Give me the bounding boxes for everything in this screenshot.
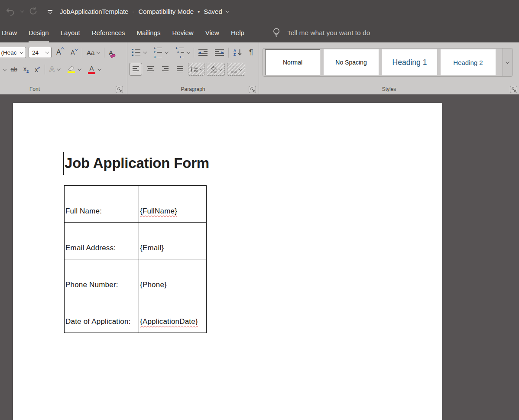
tab-help[interactable]: Help [231, 23, 244, 42]
decrease-indent-button[interactable] [196, 47, 210, 58]
cell-value-0: {FullName} [140, 207, 177, 215]
tell-me-search[interactable]: Tell me what you want to do [273, 23, 370, 42]
align-center-icon [147, 66, 154, 73]
borders-icon [230, 66, 237, 73]
styles-group-label: Styles [259, 86, 519, 92]
bullets-button[interactable] [130, 47, 148, 58]
align-right-button[interactable] [159, 63, 172, 76]
table-value-cell[interactable]: {FullName} [139, 186, 207, 223]
customize-qat-button[interactable] [44, 6, 56, 18]
font-name-combobox[interactable]: y (Heac [0, 47, 26, 58]
document-title-area[interactable]: JobApplicationTemplate - Compatibility M… [60, 0, 228, 23]
cell-label-1: Email Address: [65, 244, 116, 252]
multilevel-chevron-icon [186, 50, 190, 54]
numbering-button[interactable]: 1 2 3 [151, 47, 170, 58]
change-case-chevron-icon [97, 50, 100, 54]
shrink-font-icon: A [71, 49, 75, 56]
strikethrough-button[interactable]: ab [9, 64, 20, 75]
cell-label-3: Date of Application: [65, 317, 130, 326]
shading-button[interactable] [207, 63, 225, 76]
ribbon-tab-row: Draw Design Layout References Mailings R… [0, 23, 519, 42]
borders-button[interactable] [227, 63, 245, 76]
styles-gallery: Normal No Spacing Heading 1 Heading 2 [263, 48, 513, 77]
styles-gallery-scroll[interactable] [503, 48, 513, 76]
font-size-combobox[interactable]: 24 [29, 47, 52, 58]
sort-button[interactable]: A Z [231, 47, 245, 58]
paragraph-dialog-launcher[interactable] [249, 86, 256, 93]
tab-view[interactable]: View [205, 23, 219, 42]
font-dialog-launcher[interactable] [116, 86, 123, 93]
style-no-spacing[interactable]: No Spacing [324, 49, 379, 75]
styles-group: Normal No Spacing Heading 1 Heading 2 St… [259, 42, 519, 94]
undo-icon [5, 6, 16, 17]
svg-text:Z: Z [234, 52, 236, 56]
change-case-icon: Aa [87, 49, 94, 56]
redo-icon [29, 6, 39, 17]
title-bullet: • [198, 8, 200, 15]
shrink-font-button[interactable]: A [68, 47, 80, 58]
undo-dropdown-icon[interactable] [20, 9, 24, 13]
line-spacing-chevron-icon [200, 67, 203, 71]
line-spacing-icon [190, 66, 198, 73]
change-case-button[interactable]: Aa [84, 47, 102, 58]
table-value-cell[interactable]: {Email} [139, 223, 207, 259]
align-left-button[interactable] [129, 63, 142, 76]
undo-button[interactable] [4, 6, 16, 18]
tab-review[interactable]: Review [172, 23, 194, 42]
divider [104, 48, 104, 58]
tab-mailings[interactable]: Mailings [136, 23, 160, 42]
document-heading[interactable]: Job Application Form [65, 154, 442, 172]
saved-chevron-icon[interactable] [226, 9, 229, 13]
show-formatting-marks-button[interactable]: ¶ [247, 47, 255, 58]
style-label: Normal [283, 59, 302, 66]
font-group-label: Font [0, 86, 126, 92]
document-page[interactable]: Job Application Form Full Name: {FullNam… [13, 103, 442, 420]
clear-formatting-button[interactable]: A [107, 47, 115, 58]
dialog-launcher-icon [512, 87, 516, 92]
tab-references[interactable]: References [92, 23, 125, 42]
tab-design[interactable]: Design [29, 23, 49, 42]
table-value-cell[interactable]: {ApplicationDate} [139, 296, 207, 333]
justify-button[interactable] [173, 63, 186, 76]
table-label-cell[interactable]: Phone Number: [65, 259, 139, 296]
align-left-icon [133, 66, 139, 73]
styles-dialog-launcher[interactable] [510, 86, 517, 93]
font-name-chevron-icon [19, 50, 23, 54]
shading-color-bar [211, 71, 217, 73]
cell-label-0: Full Name: [65, 207, 102, 215]
table-label-cell[interactable]: Date of Application: [65, 296, 139, 333]
underline-dropdown-icon[interactable] [3, 68, 6, 71]
style-normal[interactable]: Normal [265, 49, 320, 75]
multilevel-list-button[interactable]: 1 a i [173, 47, 192, 58]
styles-more-chevron-icon [506, 60, 509, 64]
style-heading-1[interactable]: Heading 1 [382, 49, 437, 75]
redo-button[interactable] [28, 6, 40, 18]
font-color-button[interactable]: A [86, 64, 103, 75]
highlight-chevron-icon [78, 67, 81, 71]
grow-font-icon: A [56, 48, 61, 56]
table-label-cell[interactable]: Email Address: [65, 223, 139, 259]
style-label: Heading 1 [392, 58, 427, 67]
table-row: Date of Application: {ApplicationDate} [65, 296, 207, 333]
text-highlight-button[interactable] [65, 64, 83, 75]
superscript-button[interactable]: x2 [32, 64, 42, 75]
divider [45, 65, 45, 74]
increase-indent-button[interactable] [213, 47, 226, 58]
table-label-cell[interactable]: Full Name: [65, 186, 139, 223]
text-effects-button[interactable]: A [47, 64, 62, 75]
qat-more-chevron-icon [49, 10, 52, 14]
line-spacing-button[interactable] [188, 63, 204, 76]
title-bar: JobApplicationTemplate - Compatibility M… [0, 0, 519, 23]
align-center-button[interactable] [144, 63, 157, 76]
grow-font-button[interactable]: A [54, 47, 66, 58]
application-table[interactable]: Full Name: {FullName} Email Address: {Em… [64, 185, 207, 333]
tab-layout[interactable]: Layout [61, 23, 80, 42]
saved-status: Saved [204, 8, 222, 15]
style-heading-2[interactable]: Heading 2 [441, 49, 496, 75]
table-value-cell[interactable]: {Phone} [139, 259, 207, 296]
font-group: y (Heac 24 A A Aa [0, 42, 127, 94]
compatibility-mode-label: Compatibility Mode [138, 8, 194, 15]
tab-draw[interactable]: Draw [2, 23, 17, 42]
borders-chevron-icon [239, 67, 242, 71]
subscript-button[interactable]: x2 [21, 64, 31, 75]
